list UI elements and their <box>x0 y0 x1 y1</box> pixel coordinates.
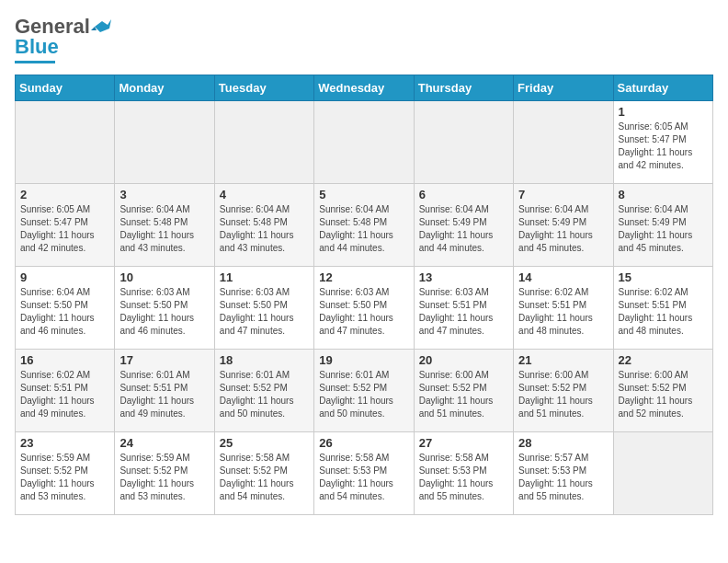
day-number: 1 <box>619 105 708 119</box>
weekday-header-thursday: Thursday <box>414 75 513 101</box>
day-cell <box>514 101 613 184</box>
day-number: 10 <box>119 270 209 284</box>
day-cell: 19Sunrise: 6:01 AM Sunset: 5:52 PM Dayli… <box>314 350 414 432</box>
day-cell: 25Sunrise: 5:58 AM Sunset: 5:52 PM Dayli… <box>214 432 313 515</box>
logo: General Blue <box>15 15 112 63</box>
day-cell: 4Sunrise: 6:04 AM Sunset: 5:48 PM Daylig… <box>214 184 313 267</box>
day-cell: 17Sunrise: 6:01 AM Sunset: 5:51 PM Dayli… <box>115 350 214 432</box>
day-info: Sunrise: 6:02 AM Sunset: 5:51 PM Dayligh… <box>518 286 608 338</box>
day-cell <box>314 101 414 184</box>
day-cell: 13Sunrise: 6:03 AM Sunset: 5:51 PM Dayli… <box>414 267 513 350</box>
day-number: 28 <box>518 436 608 450</box>
day-info: Sunrise: 6:01 AM Sunset: 5:52 PM Dayligh… <box>319 369 408 420</box>
day-cell: 1Sunrise: 6:05 AM Sunset: 5:47 PM Daylig… <box>613 101 712 184</box>
day-info: Sunrise: 6:02 AM Sunset: 5:51 PM Dayligh… <box>20 369 109 420</box>
day-number: 11 <box>220 270 309 284</box>
week-row-2: 2Sunrise: 6:05 AM Sunset: 5:47 PM Daylig… <box>16 184 713 267</box>
day-cell <box>214 101 313 184</box>
day-cell: 14Sunrise: 6:02 AM Sunset: 5:51 PM Dayli… <box>514 267 613 350</box>
day-info: Sunrise: 6:02 AM Sunset: 5:51 PM Dayligh… <box>619 286 708 338</box>
day-info: Sunrise: 6:04 AM Sunset: 5:48 PM Dayligh… <box>319 203 408 255</box>
day-info: Sunrise: 6:04 AM Sunset: 5:50 PM Dayligh… <box>20 286 109 338</box>
day-info: Sunrise: 5:59 AM Sunset: 5:52 PM Dayligh… <box>20 452 109 503</box>
weekday-header-friday: Friday <box>514 75 613 101</box>
day-number: 16 <box>20 353 109 367</box>
week-row-3: 9Sunrise: 6:04 AM Sunset: 5:50 PM Daylig… <box>16 267 713 350</box>
day-cell <box>16 101 115 184</box>
day-cell: 15Sunrise: 6:02 AM Sunset: 5:51 PM Dayli… <box>613 267 712 350</box>
day-cell: 18Sunrise: 6:01 AM Sunset: 5:52 PM Dayli… <box>214 350 313 432</box>
weekday-header-saturday: Saturday <box>613 75 712 101</box>
day-cell: 2Sunrise: 6:05 AM Sunset: 5:47 PM Daylig… <box>16 184 115 267</box>
day-number: 13 <box>419 270 508 284</box>
day-cell: 6Sunrise: 6:04 AM Sunset: 5:49 PM Daylig… <box>414 184 513 267</box>
day-info: Sunrise: 6:03 AM Sunset: 5:51 PM Dayligh… <box>419 286 508 338</box>
logo-bird-icon <box>91 19 111 34</box>
day-number: 5 <box>319 188 408 201</box>
weekday-header-wednesday: Wednesday <box>314 75 414 101</box>
day-number: 4 <box>220 188 309 201</box>
day-info: Sunrise: 6:03 AM Sunset: 5:50 PM Dayligh… <box>319 286 408 338</box>
day-cell: 26Sunrise: 5:58 AM Sunset: 5:53 PM Dayli… <box>314 432 414 515</box>
day-cell: 24Sunrise: 5:59 AM Sunset: 5:52 PM Dayli… <box>115 432 214 515</box>
day-info: Sunrise: 6:05 AM Sunset: 5:47 PM Dayligh… <box>20 203 109 255</box>
day-number: 22 <box>619 353 708 367</box>
weekday-header-monday: Monday <box>115 75 214 101</box>
day-info: Sunrise: 6:04 AM Sunset: 5:49 PM Dayligh… <box>619 203 708 255</box>
weekday-header-sunday: Sunday <box>16 75 115 101</box>
logo-blue: Blue <box>15 35 59 59</box>
day-info: Sunrise: 5:58 AM Sunset: 5:53 PM Dayligh… <box>319 452 408 503</box>
day-cell: 12Sunrise: 6:03 AM Sunset: 5:50 PM Dayli… <box>314 267 414 350</box>
day-number: 21 <box>518 353 608 367</box>
day-cell: 5Sunrise: 6:04 AM Sunset: 5:48 PM Daylig… <box>314 184 414 267</box>
day-info: Sunrise: 6:04 AM Sunset: 5:49 PM Dayligh… <box>419 203 508 255</box>
day-info: Sunrise: 6:04 AM Sunset: 5:48 PM Dayligh… <box>220 203 309 255</box>
day-number: 18 <box>220 353 309 367</box>
day-info: Sunrise: 6:01 AM Sunset: 5:51 PM Dayligh… <box>119 369 209 420</box>
day-info: Sunrise: 6:04 AM Sunset: 5:48 PM Dayligh… <box>119 203 209 255</box>
day-info: Sunrise: 6:00 AM Sunset: 5:52 PM Dayligh… <box>419 369 508 420</box>
day-number: 14 <box>518 270 608 284</box>
day-number: 24 <box>119 436 209 450</box>
day-number: 2 <box>20 188 109 201</box>
weekday-header-tuesday: Tuesday <box>214 75 313 101</box>
day-info: Sunrise: 6:00 AM Sunset: 5:52 PM Dayligh… <box>619 369 708 420</box>
day-cell: 7Sunrise: 6:04 AM Sunset: 5:49 PM Daylig… <box>514 184 613 267</box>
day-info: Sunrise: 5:58 AM Sunset: 5:53 PM Dayligh… <box>419 452 508 503</box>
day-cell: 21Sunrise: 6:00 AM Sunset: 5:52 PM Dayli… <box>514 350 613 432</box>
day-cell: 9Sunrise: 6:04 AM Sunset: 5:50 PM Daylig… <box>16 267 115 350</box>
day-cell: 22Sunrise: 6:00 AM Sunset: 5:52 PM Dayli… <box>613 350 712 432</box>
weekday-header-row: SundayMondayTuesdayWednesdayThursdayFrid… <box>16 75 713 101</box>
day-cell <box>115 101 214 184</box>
day-number: 15 <box>619 270 708 284</box>
day-number: 25 <box>220 436 309 450</box>
day-cell: 23Sunrise: 5:59 AM Sunset: 5:52 PM Dayli… <box>16 432 115 515</box>
day-number: 7 <box>518 188 608 201</box>
svg-marker-0 <box>95 19 111 32</box>
day-number: 3 <box>119 188 209 201</box>
day-number: 12 <box>319 270 408 284</box>
day-number: 27 <box>419 436 508 450</box>
day-number: 26 <box>319 436 408 450</box>
day-info: Sunrise: 5:57 AM Sunset: 5:53 PM Dayligh… <box>518 452 608 503</box>
calendar: SundayMondayTuesdayWednesdayThursdayFrid… <box>15 75 713 515</box>
day-cell: 10Sunrise: 6:03 AM Sunset: 5:50 PM Dayli… <box>115 267 214 350</box>
day-cell: 8Sunrise: 6:04 AM Sunset: 5:49 PM Daylig… <box>613 184 712 267</box>
day-number: 17 <box>119 353 209 367</box>
day-number: 23 <box>20 436 109 450</box>
day-cell: 3Sunrise: 6:04 AM Sunset: 5:48 PM Daylig… <box>115 184 214 267</box>
day-info: Sunrise: 5:59 AM Sunset: 5:52 PM Dayligh… <box>119 452 209 503</box>
logo-underline <box>15 61 55 63</box>
day-number: 8 <box>619 188 708 201</box>
day-cell: 16Sunrise: 6:02 AM Sunset: 5:51 PM Dayli… <box>16 350 115 432</box>
day-info: Sunrise: 5:58 AM Sunset: 5:52 PM Dayligh… <box>220 452 309 503</box>
day-info: Sunrise: 6:00 AM Sunset: 5:52 PM Dayligh… <box>518 369 608 420</box>
day-number: 9 <box>20 270 109 284</box>
day-cell: 20Sunrise: 6:00 AM Sunset: 5:52 PM Dayli… <box>414 350 513 432</box>
day-number: 6 <box>419 188 508 201</box>
header: General Blue <box>15 15 713 63</box>
day-cell <box>613 432 712 515</box>
week-row-5: 23Sunrise: 5:59 AM Sunset: 5:52 PM Dayli… <box>16 432 713 515</box>
day-info: Sunrise: 6:03 AM Sunset: 5:50 PM Dayligh… <box>220 286 309 338</box>
week-row-1: 1Sunrise: 6:05 AM Sunset: 5:47 PM Daylig… <box>16 101 713 184</box>
